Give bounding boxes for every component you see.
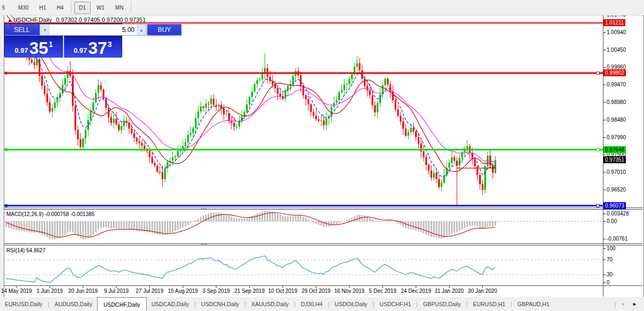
tab-separator: | xyxy=(511,301,512,307)
rsi-axis-label: 30 xyxy=(607,272,613,277)
price-axis-label: 0.96520 xyxy=(607,187,626,193)
price-axis-label: 0.99470 xyxy=(607,82,626,87)
toolbar-divider xyxy=(131,2,131,13)
volume-spinner: ▼ ▲ xyxy=(39,24,147,36)
price-axis-label: 0.97990 xyxy=(607,134,626,140)
tab-separator: | xyxy=(466,301,468,307)
macd-axis-label: 0.00 xyxy=(607,218,617,224)
date-label: 11 Jan 2020 xyxy=(431,288,468,294)
chart-window xyxy=(4,15,644,298)
buy-price-display[interactable]: 0.97 37 3 xyxy=(64,36,122,58)
tab-separator: | xyxy=(373,301,375,307)
buy-price-big: 37 xyxy=(88,40,107,56)
timeframe-toolbar: 5M30H1H4D1W1MN xyxy=(0,0,644,15)
timeframe-m30[interactable]: M30 xyxy=(13,2,33,14)
tab-usdcad-daily[interactable]: USDCAD,Daily xyxy=(147,298,194,310)
volume-input[interactable] xyxy=(50,25,137,35)
chart-ohlc-values: 0.97302 0.97405 0.97200 0.97351 xyxy=(56,17,146,23)
macd-indicator-label: MACD(12,26,9) -0.000758 -0.001385 xyxy=(6,211,94,217)
tab-separator: | xyxy=(328,301,330,307)
date-label: 10 Oct 2019 xyxy=(264,288,301,294)
date-label: 24 Dec 2019 xyxy=(397,288,435,294)
volume-decrease-button[interactable]: ▼ xyxy=(40,25,50,35)
tab-scroll-controls: |◄► xyxy=(614,300,641,308)
tab-separator: | xyxy=(416,301,418,307)
tab-eurusd-h1[interactable]: EURUSD,H1 xyxy=(468,298,510,310)
buy-button[interactable]: BUY xyxy=(147,24,181,36)
date-label: 5 Dec 2019 xyxy=(364,288,401,294)
date-label: 29 Oct 2019 xyxy=(297,288,335,294)
tab-separator: | xyxy=(244,301,246,307)
chart-symbol-label: USDCHF,Daily xyxy=(13,17,52,23)
tab-scroll-left-icon[interactable]: ◄ xyxy=(616,300,629,308)
tab-audusd-daily[interactable]: AUDUSD,Daily xyxy=(50,298,97,310)
timeframe-h1[interactable]: H1 xyxy=(34,2,51,14)
price-level-badge: 0.96073 xyxy=(603,202,626,209)
tab-usdoil-daily[interactable]: USDOil,Daily xyxy=(330,298,372,310)
date-label: 27 Jul 2019 xyxy=(131,288,168,294)
tab-dj30-h4[interactable]: DJ30,H4 xyxy=(296,298,328,310)
current-price-badge: 0.97351 xyxy=(603,156,626,163)
sell-price-display[interactable]: 0.97 35 1 xyxy=(5,36,64,58)
rsi-axis-label: 0 xyxy=(607,280,610,285)
date-label: 30 Jan 2020 xyxy=(464,288,501,294)
tab-gbpaud-h1[interactable]: GBPAUD,H1 xyxy=(513,298,554,310)
date-label: 15 Aug 2019 xyxy=(164,288,202,294)
price-level-badge: 0.97648 xyxy=(603,146,626,153)
sell-price-small: 0.97 xyxy=(14,46,28,54)
date-label: 20 Jun 2019 xyxy=(65,288,102,294)
price-axis-label: 0.98480 xyxy=(607,117,626,123)
timeframe-w1[interactable]: W1 xyxy=(92,2,109,14)
rsi-axis-label: 100 xyxy=(607,245,616,251)
timeframe-5[interactable]: 5 xyxy=(1,2,12,14)
tab-usdcnh-daily[interactable]: USDCNH,Daily xyxy=(196,298,244,310)
tab-separator: | xyxy=(194,301,196,307)
timeframe-d1[interactable]: D1 xyxy=(74,2,91,14)
date-label: 16 Nov 2019 xyxy=(331,288,368,294)
rsi-indicator-label: RSI(14) 54.8627 xyxy=(6,248,45,253)
timeframe-mn[interactable]: MN xyxy=(110,2,129,14)
volume-increase-button[interactable]: ▲ xyxy=(137,25,146,35)
price-axis-label: 1.00450 xyxy=(607,47,626,53)
tab-scroll-right-icon[interactable]: ► xyxy=(629,300,641,308)
macd-axis-label: 0.003428 xyxy=(607,211,629,217)
price-axis-label: 0.97010 xyxy=(607,169,626,175)
date-label: 3 Sep 2019 xyxy=(197,288,235,294)
timeframe-h4[interactable]: H4 xyxy=(52,2,68,14)
tab-usdchf-h1[interactable]: USDCHF,H1 xyxy=(375,298,416,310)
sell-button[interactable]: SELL xyxy=(5,24,39,36)
tab-separator: | xyxy=(48,301,50,307)
tab-xauusd-daily[interactable]: XAUUSD,Daily xyxy=(247,298,293,310)
tab-separator: | xyxy=(614,301,616,307)
chart-tab-bar: EURUSD,Daily|AUDUSD,DailyUSDCHF,DailyUSD… xyxy=(0,297,644,311)
tab-eurusd-daily[interactable]: EURUSD,Daily xyxy=(0,298,47,310)
date-label: 21 Sep 2019 xyxy=(231,288,268,294)
tab-gbpusd-daily[interactable]: GBPUSD,Daily xyxy=(418,298,466,310)
chart-title: ▲USDCHF,Daily0.97302 0.97405 0.97200 0.9… xyxy=(7,17,146,23)
collapse-triangle-icon[interactable]: ▲ xyxy=(7,18,12,23)
tab-separator: | xyxy=(294,301,296,307)
macd-axis-label: -0.00761 xyxy=(607,236,627,242)
one-click-trading-panel: SELL ▼ ▲ BUY 0.97 35 1 0.97 37 3 xyxy=(4,23,122,57)
sell-price-sup: 1 xyxy=(49,40,53,49)
price-level-badge: 0.99802 xyxy=(603,69,626,76)
buy-price-small: 0.97 xyxy=(74,46,87,54)
price-level-badge: 1.01211 xyxy=(603,19,625,26)
rsi-axis-label: 70 xyxy=(607,257,613,262)
buy-price-sup: 3 xyxy=(108,40,112,49)
date-label: 9 Jul 2019 xyxy=(98,288,135,294)
price-axis-label: 1.00940 xyxy=(607,29,626,35)
date-label: 14 May 2019 xyxy=(0,288,35,294)
sell-price-big: 35 xyxy=(29,40,49,56)
toolbar-divider xyxy=(71,2,71,13)
date-label: 1 Jun 2019 xyxy=(31,288,68,294)
mt4-terminal: 5M30H1H4D1W1MN ▲USDCHF,Daily0.97302 0.97… xyxy=(0,0,644,311)
price-axis-label: 0.98980 xyxy=(607,99,626,105)
tab-usdchf-daily[interactable]: USDCHF,Daily xyxy=(97,297,147,310)
